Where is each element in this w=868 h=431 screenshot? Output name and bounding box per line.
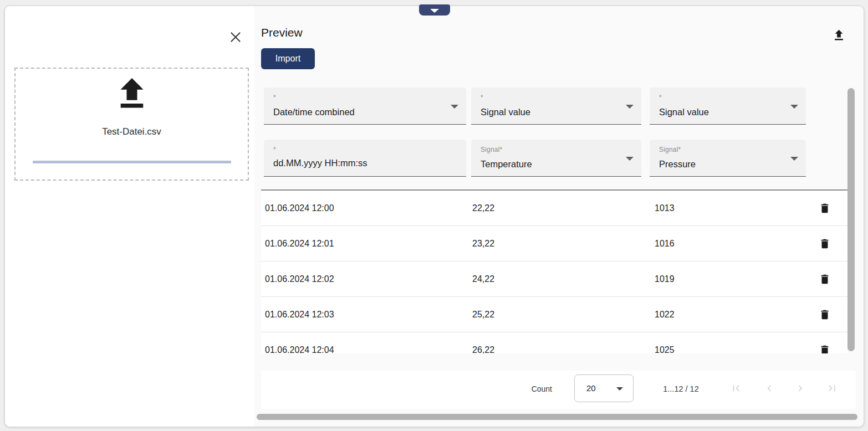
date-format-field: * bbox=[264, 140, 466, 177]
cell-temperature: 25,22 bbox=[472, 310, 494, 320]
page-range-label: 1...12 / 12 bbox=[649, 384, 713, 393]
trash-icon bbox=[819, 273, 831, 285]
delete-row-button[interactable] bbox=[815, 234, 834, 253]
preview-table: 01.06.2024 12:00 22,22 1013 01.06.2024 1… bbox=[261, 189, 847, 353]
file-dropzone[interactable]: Test-Datei.csv bbox=[14, 68, 249, 181]
cell-datetime: 01.06.2024 12:02 bbox=[265, 274, 334, 284]
field-label: Signal* bbox=[481, 146, 502, 153]
previous-page-icon bbox=[763, 382, 775, 394]
delete-row-button[interactable] bbox=[815, 199, 834, 218]
chevron-down-icon bbox=[616, 387, 623, 391]
field-label: * bbox=[481, 94, 483, 101]
previous-page-button[interactable] bbox=[758, 377, 780, 399]
table-row: 01.06.2024 12:03 25,22 1022 bbox=[261, 297, 847, 332]
trash-icon bbox=[819, 344, 831, 354]
next-page-icon bbox=[794, 382, 806, 394]
delete-row-button[interactable] bbox=[815, 270, 834, 289]
delete-row-button[interactable] bbox=[815, 305, 834, 324]
chevron-down-icon bbox=[790, 157, 798, 161]
file-name: Test-Datei.csv bbox=[16, 126, 248, 137]
field-value: Pressure bbox=[659, 159, 696, 170]
paginator: Count 20 1...12 / 12 bbox=[261, 371, 856, 409]
page-size-value: 20 bbox=[586, 383, 596, 393]
horizontal-scrollbar[interactable] bbox=[257, 414, 857, 420]
last-page-button[interactable] bbox=[821, 377, 843, 399]
upload-icon bbox=[831, 28, 846, 43]
cell-pressure: 1013 bbox=[655, 203, 675, 213]
select-column2-signal[interactable]: Signal* Temperature bbox=[471, 140, 641, 177]
collapse-panel-tab[interactable] bbox=[419, 4, 450, 16]
csv-import-dialog: Test-Datei.csv Preview Import * Date/tim… bbox=[4, 6, 864, 427]
table-row: 01.06.2024 12:01 23,22 1016 bbox=[261, 226, 847, 261]
select-column2-type[interactable]: * Signal value bbox=[471, 88, 641, 125]
table-row: 01.06.2024 12:02 24,22 1019 bbox=[261, 261, 847, 297]
field-value: Temperature bbox=[481, 159, 532, 170]
upload-progress-bar bbox=[33, 161, 231, 163]
upload-file-button[interactable] bbox=[826, 23, 851, 47]
chevron-down-icon bbox=[430, 9, 439, 13]
close-button[interactable] bbox=[222, 24, 249, 50]
page-title: Preview bbox=[261, 26, 303, 39]
delete-row-button[interactable] bbox=[815, 341, 834, 354]
table-row: 01.06.2024 12:04 26,22 1025 bbox=[261, 332, 847, 353]
date-format-input[interactable] bbox=[273, 158, 458, 168]
select-column1-type[interactable]: * Date/time combined bbox=[264, 88, 466, 125]
cell-pressure: 1019 bbox=[655, 274, 675, 284]
cell-temperature: 24,22 bbox=[472, 274, 494, 284]
cell-temperature: 23,22 bbox=[472, 239, 494, 249]
cell-pressure: 1025 bbox=[655, 345, 675, 354]
chevron-down-icon bbox=[451, 105, 458, 109]
cell-datetime: 01.06.2024 12:03 bbox=[265, 310, 334, 320]
upload-panel: Test-Datei.csv bbox=[5, 6, 255, 427]
trash-icon bbox=[819, 202, 831, 214]
chevron-down-icon bbox=[626, 157, 634, 161]
select-column3-type[interactable]: * Signal value bbox=[650, 88, 806, 125]
cell-datetime: 01.06.2024 12:00 bbox=[265, 203, 334, 213]
field-value: Date/time combined bbox=[273, 107, 355, 117]
cell-datetime: 01.06.2024 12:01 bbox=[265, 239, 334, 249]
first-page-button[interactable] bbox=[725, 377, 747, 399]
field-value: Signal value bbox=[481, 107, 530, 117]
field-value: Signal value bbox=[659, 107, 709, 117]
import-button[interactable]: Import bbox=[261, 48, 315, 69]
close-icon bbox=[228, 29, 243, 45]
trash-icon bbox=[819, 238, 831, 250]
cell-temperature: 26,22 bbox=[472, 345, 494, 354]
trash-icon bbox=[819, 309, 831, 321]
cell-datetime: 01.06.2024 12:04 bbox=[265, 345, 334, 354]
preview-panel: Preview Import * Date/time combined * Si… bbox=[254, 6, 864, 427]
chevron-down-icon bbox=[790, 105, 798, 109]
vertical-scrollbar[interactable] bbox=[847, 88, 855, 351]
field-label: * bbox=[273, 94, 276, 101]
upload-icon bbox=[16, 72, 248, 114]
cell-pressure: 1022 bbox=[655, 310, 675, 320]
field-label: * bbox=[273, 146, 276, 153]
field-label: Signal* bbox=[659, 146, 681, 153]
page-size-select[interactable]: 20 bbox=[574, 374, 634, 402]
table-row: 01.06.2024 12:00 22,22 1013 bbox=[261, 191, 847, 226]
cell-temperature: 22,22 bbox=[472, 203, 494, 213]
cell-pressure: 1016 bbox=[655, 239, 675, 249]
first-page-icon bbox=[730, 382, 742, 394]
next-page-button[interactable] bbox=[789, 377, 811, 399]
last-page-icon bbox=[826, 382, 838, 394]
select-column3-signal[interactable]: Signal* Pressure bbox=[650, 140, 806, 177]
count-label: Count bbox=[519, 384, 552, 393]
chevron-down-icon bbox=[626, 105, 634, 109]
field-label: * bbox=[659, 94, 662, 101]
